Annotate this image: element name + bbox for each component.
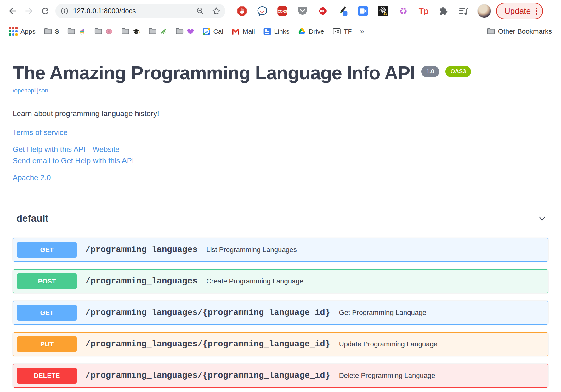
video-camera-icon [358,6,368,16]
endpoint-path: /programming_languages [85,245,197,255]
folder-icon [175,27,184,36]
links-doc-icon [263,27,271,36]
endpoint-path: /programming_languages/{programming_lang… [85,339,330,349]
bookmark-folder-graduation[interactable] [117,27,144,36]
endpoint-summary: Delete Programming Language [339,372,435,380]
purple-heart-icon [187,28,194,35]
red-diamond-icon [317,6,328,16]
openapi-spec-link[interactable]: /openapi.json [13,87,48,94]
folder-icon [121,27,130,36]
address-bar[interactable]: 127.0.0.1:8000/docs [55,4,225,18]
eyedropper-icon [337,6,348,16]
endpoint-summary: Get Programming Language [339,309,427,317]
recycle-extension-button[interactable]: ♻ [398,6,409,16]
version-badge: 1.0 [421,66,439,77]
chevron-down-icon[interactable] [537,214,547,224]
swagger-page: The Amazing Programming Language Info AP… [0,41,561,388]
bookmark-label: $ [55,28,59,35]
default-tag-section: default GET /programming_languages List … [13,213,548,388]
endpoint-summary: Update Programming Language [339,340,438,348]
bookmark-star-icon[interactable] [212,6,221,16]
playlist-extension-button[interactable] [458,6,469,16]
folder-icon [487,27,495,36]
update-menu-button[interactable]: Update [496,3,543,19]
bookmark-label: TF [344,28,352,35]
other-bookmarks-button[interactable]: Other Bookmarks [483,27,556,36]
bookmark-label: Other Bookmarks [498,27,552,36]
method-badge: GET [17,305,77,321]
endpoint-path: /programming_languages [85,277,197,286]
pocket-extension-button[interactable] [297,6,308,16]
profile-avatar[interactable] [477,4,491,18]
chat-extension-button[interactable] [257,6,268,16]
bookmark-drive[interactable]: Drive [294,27,328,36]
browser-toolbar: 127.0.0.1:8000/docs CORS [0,0,561,22]
bookmark-label: Cal [213,28,224,35]
bookmark-apps[interactable]: Apps [5,27,40,36]
speech-bubble-smile-icon [257,6,268,16]
site-info-icon[interactable] [60,7,69,15]
reload-button[interactable] [37,3,54,19]
bookmark-folder-pinata[interactable] [63,27,90,36]
extensions-menu-button[interactable] [438,6,449,16]
bookmark-tf[interactable]: TF [328,27,356,36]
pinata-icon [78,28,86,35]
operation-row-list-languages[interactable]: GET /programming_languages List Programm… [13,238,548,262]
update-label: Update [504,6,531,16]
terms-of-service-link[interactable]: Terms of service [13,128,68,137]
bookmark-label: Links [274,28,290,35]
oas3-badge: OAS3 [445,66,471,77]
gmail-icon [231,28,240,35]
toucan-extension-button[interactable]: Tp [418,6,429,16]
default-section-header[interactable]: default [13,213,548,232]
bookmark-folder-dollar[interactable]: $ [40,27,63,36]
operation-row-get-language[interactable]: GET /programming_languages/{programming_… [13,301,548,325]
tp-icon: Tp [419,6,428,16]
bookmark-folder-herb[interactable] [144,27,171,36]
license-link[interactable]: Apache 2.0 [13,173,51,182]
bookmarks-bar: Apps $ [0,22,561,41]
url-text: 127.0.0.1:8000/docs [73,7,196,15]
endpoint-path: /programming_languages/{programming_lang… [85,308,330,317]
cors-extension-button[interactable]: CORS [277,6,288,16]
forward-icon [24,6,34,16]
extension-strip: CORS [237,6,469,16]
bookmark-links[interactable]: Links [259,27,294,36]
contact-email-link[interactable]: Send email to Get Help with this API [13,156,134,165]
react-devtools-extension-button[interactable] [378,6,388,16]
bookmark-folder-heart[interactable] [171,27,198,36]
back-icon [8,6,18,16]
operation-row-delete-language[interactable]: DELETE /programming_languages/{programmi… [13,364,548,388]
contact-website-link[interactable]: Get Help with this API - Website [13,145,120,154]
folder-icon [148,27,157,36]
operation-row-update-language[interactable]: PUT /programming_languages/{programming_… [13,332,548,356]
bookmark-folder-brain[interactable] [90,27,117,36]
operation-row-create-language[interactable]: POST /programming_languages Create Progr… [13,269,548,293]
back-button[interactable] [4,3,21,19]
bookmark-label: Apps [20,28,36,35]
react-atom-icon [378,6,388,16]
api-description: Learn about programming language history… [13,109,548,118]
svg-text:CORS: CORS [278,10,287,13]
overflow-chevron-icon: » [360,27,364,36]
brain-icon [105,28,113,35]
zoom-extension-button[interactable] [358,6,368,16]
method-badge: GET [17,242,77,258]
google-drive-icon [298,27,306,36]
adblock-hand-icon [237,6,247,16]
method-badge: POST [17,273,77,289]
bookmark-mail[interactable]: Mail [227,28,259,35]
zoom-indicator-icon[interactable] [196,7,205,15]
reload-icon [41,6,50,16]
puzzle-icon [439,6,449,16]
forward-button[interactable] [21,3,37,19]
bookmarks-overflow-button[interactable]: » [356,27,368,36]
bookmark-calendar[interactable]: 27 Cal [198,27,228,36]
deploy-extension-button[interactable] [317,6,328,16]
adblock-extension-button[interactable] [237,6,247,16]
colorpicker-extension-button[interactable] [337,6,348,16]
folder-icon [44,27,52,36]
apps-grid-icon [9,27,18,36]
purple-recycle-icon: ♻ [399,6,408,16]
herb-icon [160,28,167,35]
